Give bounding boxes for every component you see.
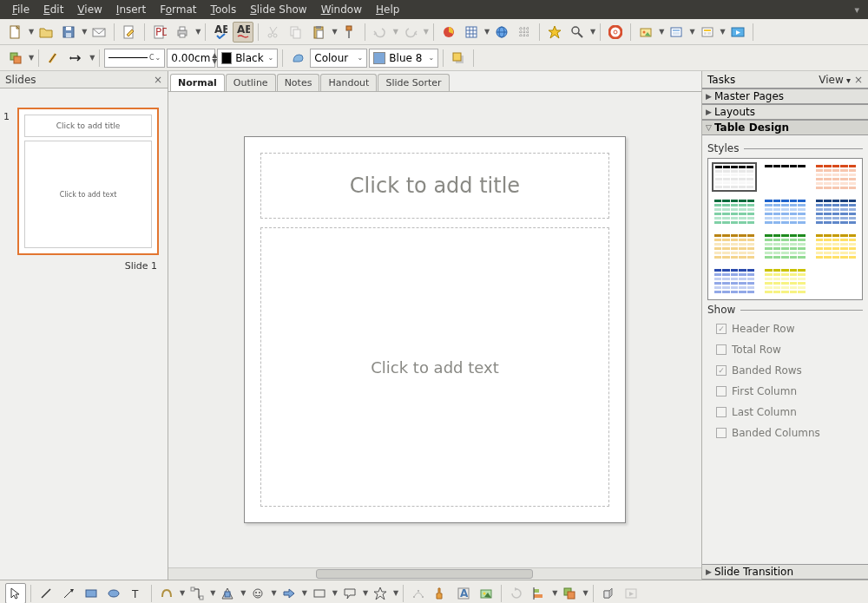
rectangle-tool[interactable] xyxy=(81,583,102,604)
table-style-swatch[interactable] xyxy=(762,197,807,226)
slide-layout-dropdown[interactable]: ▼ xyxy=(720,28,726,36)
section-master-pages[interactable]: ▶Master Pages xyxy=(702,88,868,104)
slide-thumbnail[interactable]: Click to add title Click to add text xyxy=(17,108,159,255)
tab-normal[interactable]: Normal xyxy=(170,74,225,91)
tasks-panel-close-icon[interactable]: × xyxy=(854,74,863,86)
save-button[interactable] xyxy=(58,22,79,43)
symbol-shapes-tool[interactable] xyxy=(247,583,268,604)
menu-edit[interactable]: Edit xyxy=(36,2,70,17)
table-dropdown[interactable]: ▼ xyxy=(483,28,490,36)
arrange-dropdown[interactable]: ▼ xyxy=(28,54,34,62)
text-tool[interactable]: T xyxy=(126,583,147,604)
scrollbar-thumb[interactable] xyxy=(316,569,533,579)
table-style-swatch[interactable] xyxy=(813,162,858,192)
menu-file[interactable]: File xyxy=(5,2,36,17)
help-button[interactable] xyxy=(605,22,626,43)
paste-button[interactable] xyxy=(308,22,329,43)
slideshow-button[interactable] xyxy=(727,22,748,43)
table-button[interactable] xyxy=(461,22,482,43)
menu-format[interactable]: Format xyxy=(153,2,203,17)
check-total-row[interactable]: Total Row xyxy=(716,344,863,356)
table-style-swatch[interactable] xyxy=(813,232,858,261)
menu-slideshow[interactable]: Slide Show xyxy=(243,2,314,17)
new-doc-button[interactable] xyxy=(5,22,26,43)
gallery-dropdown[interactable]: ▼ xyxy=(658,28,664,36)
from-file-tool[interactable] xyxy=(476,583,496,604)
edit-points-tool[interactable] xyxy=(408,583,429,604)
new-doc-dropdown[interactable]: ▼ xyxy=(28,28,34,36)
paste-dropdown[interactable]: ▼ xyxy=(331,28,337,36)
table-style-swatch[interactable] xyxy=(762,162,807,192)
cut-button[interactable] xyxy=(263,22,284,43)
redo-dropdown[interactable]: ▼ xyxy=(423,28,429,36)
undo-button[interactable] xyxy=(370,22,391,43)
save-dropdown[interactable]: ▼ xyxy=(81,28,87,36)
hyperlink-button[interactable] xyxy=(491,22,512,43)
table-style-swatch[interactable] xyxy=(762,266,807,296)
window-menu-icon[interactable]: ▾ xyxy=(851,4,863,16)
line-color-select[interactable]: Black⌄ xyxy=(217,49,278,68)
tab-handout[interactable]: Handout xyxy=(320,74,377,91)
alignment-tool[interactable] xyxy=(529,583,549,604)
print-button[interactable] xyxy=(172,22,193,43)
menu-help[interactable]: Help xyxy=(369,2,406,17)
section-table-design[interactable]: ▽Table Design xyxy=(702,120,868,135)
check-header-row[interactable]: ✓Header Row xyxy=(716,323,863,335)
spellcheck-button[interactable]: ABC xyxy=(210,22,231,43)
rotate-tool[interactable] xyxy=(506,583,527,604)
table-style-swatch[interactable] xyxy=(712,232,757,261)
table-style-swatch[interactable] xyxy=(712,266,757,296)
alignment-dropdown[interactable]: ▼ xyxy=(551,589,557,597)
title-placeholder[interactable]: Click to add title xyxy=(260,153,609,219)
table-style-swatch[interactable] xyxy=(813,266,858,296)
connector-tool[interactable] xyxy=(187,583,207,604)
interaction-tool[interactable] xyxy=(621,583,641,604)
table-style-swatch[interactable] xyxy=(712,162,757,192)
basic-shapes-tool[interactable] xyxy=(217,583,238,604)
navigator-button[interactable] xyxy=(544,22,565,43)
extrusion-tool[interactable] xyxy=(598,583,619,604)
check-last-column[interactable]: Last Column xyxy=(716,406,863,418)
redo-button[interactable] xyxy=(400,22,421,43)
flowchart-dropdown[interactable]: ▼ xyxy=(332,589,338,597)
line-style-select[interactable]: C⌄ xyxy=(104,49,165,68)
undo-dropdown[interactable]: ▼ xyxy=(392,28,398,36)
open-button[interactable] xyxy=(36,22,56,43)
fontwork-tool[interactable]: A xyxy=(453,583,474,604)
email-button[interactable] xyxy=(89,22,109,43)
chart-button[interactable] xyxy=(438,22,459,43)
arrow-style-button[interactable] xyxy=(66,48,87,69)
arrange-button[interactable] xyxy=(5,48,26,69)
fill-type-select[interactable]: Colour⌄ xyxy=(310,49,367,68)
menu-window[interactable]: Window xyxy=(314,2,369,17)
zoom-dropdown[interactable]: ▼ xyxy=(589,28,595,36)
line-tool[interactable] xyxy=(36,583,56,604)
tab-notes[interactable]: Notes xyxy=(277,74,320,91)
slide-design-button[interactable] xyxy=(666,22,687,43)
glue-points-tool[interactable] xyxy=(431,583,451,604)
tasks-view-menu[interactable]: View ▾ xyxy=(819,74,854,86)
check-banded-rows[interactable]: ✓Banded Rows xyxy=(716,364,863,377)
callout-dropdown[interactable]: ▼ xyxy=(362,589,368,597)
copy-button[interactable] xyxy=(286,22,306,43)
slides-list[interactable]: 1 Click to add title Click to add text S… xyxy=(0,88,168,580)
slides-panel-close-icon[interactable]: × xyxy=(154,74,162,86)
line-width-input[interactable]: 0.00cm▴▾ xyxy=(167,49,215,68)
block-arrows-dropdown[interactable]: ▼ xyxy=(301,589,307,597)
format-paintbrush-button[interactable] xyxy=(339,22,360,43)
menu-insert[interactable]: Insert xyxy=(109,2,153,17)
stars-tool[interactable] xyxy=(370,583,391,604)
slide-canvas[interactable]: Click to add title Click to add text xyxy=(244,136,626,523)
zoom-button[interactable] xyxy=(567,22,588,43)
table-style-swatch[interactable] xyxy=(762,232,807,261)
curve-dropdown[interactable]: ▼ xyxy=(179,589,185,597)
callout-tool[interactable] xyxy=(339,583,360,604)
stars-dropdown[interactable]: ▼ xyxy=(392,589,398,597)
slide-layout-button[interactable] xyxy=(697,22,718,43)
auto-spellcheck-button[interactable]: ABC xyxy=(233,22,253,43)
arrange-dropdown-2[interactable]: ▼ xyxy=(582,589,588,597)
gallery-button[interactable] xyxy=(635,22,656,43)
menu-view[interactable]: View xyxy=(70,2,108,17)
edit-file-button[interactable] xyxy=(119,22,140,43)
connector-dropdown[interactable]: ▼ xyxy=(209,589,215,597)
